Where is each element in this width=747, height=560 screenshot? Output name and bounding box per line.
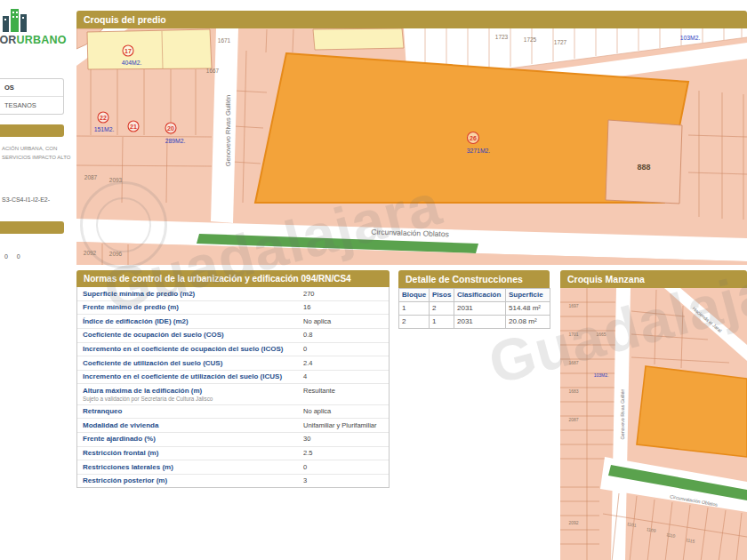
norma-row: RetranqueoNo aplica	[77, 405, 389, 420]
manzana-parcel-orange[interactable]	[637, 366, 747, 457]
lot-number-2093: 2093	[109, 177, 123, 183]
normas-table: Superficie mínima de predio (m2)270 Fren…	[76, 287, 390, 488]
sidebar: ORURBANO OS TESANOS ACIÓN URBANA, CON SE…	[0, 0, 71, 560]
norma-row: Incremento en el coeficiente de utilizac…	[77, 371, 389, 385]
norma-value: 2.4	[303, 358, 312, 369]
norma-value: 2.5	[303, 448, 312, 459]
norma-row: Superficie mínima de predio (m2)270	[77, 287, 389, 301]
manzana-lot-number: 1683	[568, 388, 578, 394]
norma-value: 0	[303, 462, 307, 473]
norma-label: Incremento en el coeficiente de utilizac…	[83, 372, 303, 381]
sidebar-section-bar-1	[0, 124, 64, 137]
brand-suffix: URBANO	[17, 34, 67, 46]
norma-value: Resultante	[303, 386, 335, 396]
croquis-manzana-title: Croquis Manzana	[560, 270, 747, 288]
sidebar-values: 0 0	[4, 253, 24, 260]
construcciones-table: Bloque Pisos Clasificación Superficie 1 …	[398, 288, 550, 329]
lot-number-1671: 1671	[218, 37, 231, 44]
cell-superficie: 20.08 m²	[506, 315, 550, 328]
norma-row: Restricción frontal (m)2.5	[77, 447, 389, 461]
norma-label: Superficie mínima de predio (m2)	[83, 289, 303, 299]
sidebar-section-bar-2	[0, 221, 64, 234]
construcciones-row: 1 2 2031 514.48 m²	[399, 301, 550, 315]
col-superficie: Superficie	[506, 288, 550, 301]
norma-row: Restricción posterior (m)3	[77, 475, 389, 488]
construcciones-title: Detalle de Construcciones	[398, 270, 550, 288]
croquis-predio-map[interactable]: Hacienda el Jaral Genovevo Rivas Guillén…	[76, 28, 747, 265]
cell-pisos: 2	[430, 301, 454, 315]
lot-number-2092: 2092	[84, 250, 97, 256]
cell-bloque: 2	[399, 315, 430, 328]
lot-number-1725: 1725	[524, 36, 537, 43]
norma-note: Sujeto a validación por Secretaría de Cu…	[83, 396, 303, 403]
parcel-id-17: 17	[124, 48, 132, 54]
parcel-888[interactable]	[606, 120, 682, 204]
norma-label: Restricciones laterales (m)	[83, 462, 303, 472]
col-pisos: Pisos	[430, 288, 454, 301]
parcel-yellow-top	[313, 28, 404, 50]
cell-clasificacion: 2031	[454, 315, 506, 328]
normas-panel: Normas de control de la urbanización y e…	[76, 270, 390, 488]
manzana-lot-number: 1687	[568, 360, 578, 365]
sidebar-info-card: OS TESANOS	[0, 78, 64, 115]
parcel-id-20: 20	[167, 125, 174, 132]
parcel-area-289: 289M2.	[165, 138, 186, 144]
cell-superficie: 514.48 m²	[506, 301, 550, 315]
norma-label: Restricción frontal (m)	[83, 448, 303, 458]
lot-number-1723: 1723	[495, 34, 509, 40]
norma-label: Modalidad de vivienda	[83, 420, 303, 430]
sidebar-card-colonia: TESANOS	[0, 97, 63, 114]
lot-number-2096: 2096	[109, 251, 123, 257]
parcel-id-22: 22	[100, 115, 107, 121]
norma-value: 4	[303, 372, 307, 382]
construcciones-row: 2 1 2031 20.08 m²	[399, 315, 550, 328]
norma-label: Coeficiente de utilización del suelo (CU…	[83, 358, 303, 368]
norma-row: Frente ajardinado (%)30	[77, 433, 389, 447]
manzana-lot-number: 1665	[596, 332, 606, 337]
norma-label: Retranqueo	[83, 406, 303, 416]
norma-row: Coeficiente de ocupación del suelo (COS)…	[77, 329, 389, 343]
cell-pisos: 1	[430, 315, 454, 328]
lot-number-1667: 1667	[206, 68, 220, 74]
norma-row: Índice de edificación (IDE) (m2)No aplic…	[77, 315, 389, 329]
lot-number-888: 888	[637, 163, 650, 172]
manzana-lot-number: 1701	[568, 332, 578, 337]
manzana-lot-number: 2092	[568, 520, 578, 525]
cell-bloque: 1	[399, 301, 430, 315]
street-label-genovevo: Genovevo Rivas Guillén	[224, 94, 232, 165]
visor-urbano-page: ORURBANO OS TESANOS ACIÓN URBANA, CON SE…	[0, 0, 747, 560]
croquis-predio-panel: Croquis del predio	[76, 11, 747, 265]
parcel-area-404: 404M2.	[122, 60, 142, 66]
norma-label: Frente ajardinado (%)	[83, 434, 303, 444]
norma-label: Coeficiente de ocupación del suelo (COS)	[83, 330, 303, 340]
parcel-yellow-17[interactable]	[87, 29, 212, 69]
norma-value: 0	[303, 344, 307, 355]
norma-row: Frente mínimo de predio (m)16	[77, 301, 389, 316]
manzana-lot-number: 1697	[568, 303, 578, 308]
norma-value: 16	[303, 302, 310, 313]
zoning-note-line1: ACIÓN URBANA, CON	[2, 144, 70, 153]
normas-title: Normas de control de la urbanización y e…	[76, 270, 390, 287]
col-clasificacion: Clasificación	[454, 288, 506, 301]
norma-label: Índice de edificación (IDE) (m2)	[83, 316, 303, 326]
brand-prefix: OR	[0, 34, 17, 46]
croquis-manzana-map[interactable]: Hacienda el Jaral Genovevo Rivas Guillén…	[560, 288, 747, 560]
lot-number-1727: 1727	[554, 39, 567, 45]
manzana-area-103: 103M2.	[594, 372, 609, 378]
norma-label: Altura máxima de la edificación (m)Sujet…	[83, 386, 303, 403]
brand-text: ORURBANO	[0, 34, 71, 46]
lot-number-2087: 2087	[84, 174, 98, 180]
sidebar-card-top: OS	[0, 79, 63, 97]
norma-row: Incremento en el coeficiente de ocupació…	[77, 343, 389, 357]
norma-row-altura: Altura máxima de la edificación (m)Sujet…	[77, 384, 389, 404]
norma-value: No aplica	[303, 316, 331, 327]
norma-value: No aplica	[303, 406, 331, 417]
parcel-area-151: 151M2.	[94, 126, 115, 132]
norma-label-text: Altura máxima de la edificación (m)	[83, 387, 202, 395]
croquis-manzana-panel: Croquis Manzana	[560, 270, 747, 560]
norma-value: 3	[303, 476, 307, 486]
construcciones-panel: Detalle de Construcciones Bloque Pisos C…	[398, 270, 550, 329]
zoning-note-line2: SERVICIOS IMPACTO ALTO	[2, 153, 70, 162]
construcciones-header-row: Bloque Pisos Clasificación Superficie	[399, 288, 550, 301]
norma-label: Restricción posterior (m)	[83, 476, 303, 485]
